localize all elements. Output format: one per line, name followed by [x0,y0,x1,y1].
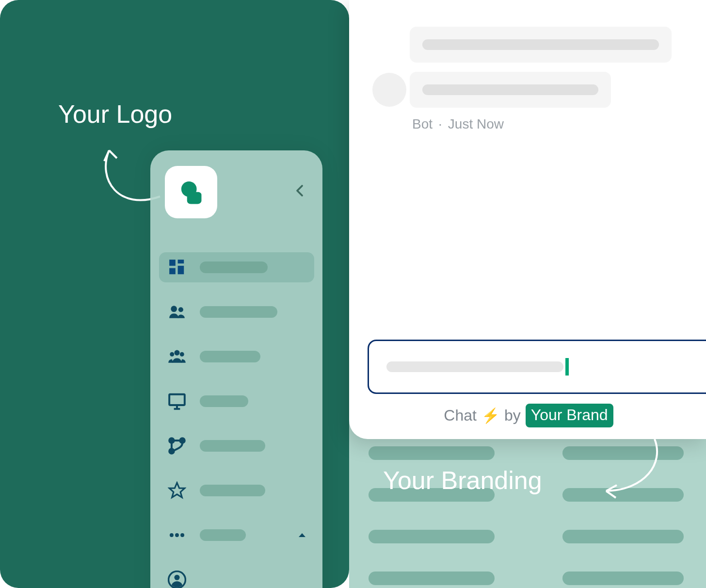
nav-label-placeholder [200,440,265,452]
caret-up-icon [298,532,306,538]
input-placeholder-bar [386,361,563,372]
svg-point-19 [180,533,184,537]
svg-point-13 [169,438,174,443]
message-text-placeholder [422,84,598,95]
chat-sender-label: Bot [412,116,433,132]
sidebar-nav-list [159,252,314,588]
sidebar-panel [150,150,322,588]
placeholder-bar [369,446,495,460]
svg-point-17 [170,533,174,537]
branches-icon [168,437,186,455]
account-circle-icon [168,571,186,588]
nav-label-placeholder [200,529,246,541]
chat-meta-separator: · [438,116,442,132]
text-cursor [565,358,569,376]
message-text-placeholder [422,39,659,50]
chat-footer-chat-label: Chat [444,407,477,425]
sidebar-item-favorites[interactable] [159,475,314,506]
placeholder-bar [369,572,495,585]
annotation-your-logo: Your Logo [58,99,172,129]
chat-widget-panel: Bot · Just Now Chat ⚡ by Your Brand [349,0,706,439]
placeholder-bar [562,446,684,460]
svg-point-22 [174,575,179,580]
brand-logo-placeholder[interactable] [165,166,217,218]
sidebar-item-account[interactable] [159,565,314,588]
star-icon [168,481,186,500]
lightning-icon: ⚡ [481,407,499,424]
monitor-icon [168,392,186,410]
svg-marker-16 [169,483,185,497]
group-icon [168,347,186,366]
svg-point-15 [169,449,174,454]
svg-rect-1 [169,260,176,266]
chat-footer-branding: Chat ⚡ by Your Brand [349,404,706,427]
nav-label-placeholder [200,485,265,496]
svg-rect-4 [169,268,176,275]
nav-label-placeholder [200,351,260,362]
people-icon [168,303,186,321]
chat-message-bubble [410,27,672,63]
svg-rect-10 [169,394,185,405]
sidebar-item-group[interactable] [159,342,314,372]
svg-point-9 [180,352,184,357]
svg-point-14 [180,438,185,443]
sidebar-item-monitor[interactable] [159,386,314,416]
bot-avatar [372,73,406,107]
chat-message-input[interactable] [368,340,706,394]
svg-point-5 [171,306,177,312]
svg-rect-2 [178,260,184,263]
more-horizontal-icon [168,526,186,544]
svg-rect-3 [178,266,184,274]
nav-label-placeholder [200,261,268,273]
placeholder-bar [562,488,684,502]
chevron-left-icon [292,183,307,198]
chat-footer-brand-tag[interactable]: Your Brand [526,404,613,427]
chat-message-bubble [410,72,611,108]
placeholder-bar [562,572,684,585]
sidebar-item-people[interactable] [159,297,314,327]
sidebar-item-branches[interactable] [159,431,314,461]
sidebar-item-dashboard[interactable] [159,252,314,282]
dashboard-icon [168,258,186,277]
nav-label-placeholder [200,395,248,407]
logo-icon [176,178,205,206]
svg-marker-20 [299,533,305,537]
svg-point-7 [174,350,179,356]
sidebar-item-more[interactable] [159,520,314,550]
svg-point-8 [170,352,174,357]
svg-point-6 [178,307,183,312]
svg-point-18 [175,533,179,537]
chat-message-meta: Bot · Just Now [412,116,504,132]
placeholder-bar [369,530,495,543]
nav-label-placeholder [200,306,277,318]
chat-timestamp: Just Now [448,116,504,132]
sidebar-collapse-button[interactable] [292,183,307,203]
annotation-your-branding: Your Branding [383,466,542,495]
placeholder-bar [562,530,684,543]
chat-footer-by-label: by [504,407,521,425]
